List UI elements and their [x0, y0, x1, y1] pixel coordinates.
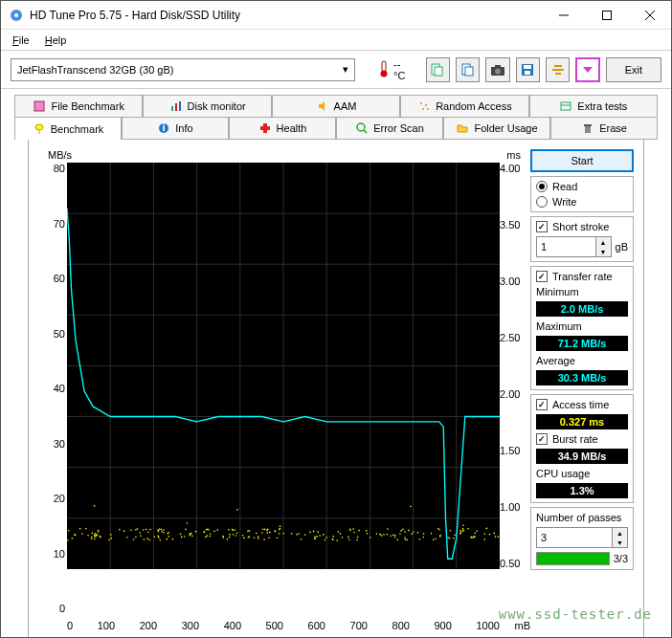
svg-point-137	[493, 533, 495, 535]
svg-point-185	[277, 537, 279, 539]
tab-disk-monitor[interactable]: Disk monitor	[143, 95, 271, 118]
access-time-check[interactable]: Access time	[536, 399, 628, 410]
maximize-button[interactable]	[585, 1, 628, 29]
svg-point-268	[242, 535, 244, 537]
svg-point-132	[400, 530, 402, 532]
svg-point-205	[226, 539, 228, 540]
menu-help[interactable]: Help	[39, 33, 73, 48]
svg-point-166	[94, 539, 96, 540]
tab-health[interactable]: Health	[229, 117, 336, 140]
svg-point-73	[247, 530, 249, 532]
svg-point-92	[423, 533, 425, 535]
start-button[interactable]: Start	[530, 149, 634, 172]
svg-point-248	[471, 537, 473, 539]
tab-error-scan[interactable]: Error Scan	[336, 117, 443, 140]
minimize-button[interactable]	[542, 1, 585, 29]
short-stroke-input[interactable]: 1▲▼	[536, 236, 612, 257]
svg-point-242	[433, 539, 435, 540]
svg-point-158	[337, 531, 339, 533]
write-radio[interactable]: Write	[536, 196, 628, 208]
tab-benchmark[interactable]: Benchmark	[14, 117, 122, 140]
svg-point-191	[130, 529, 132, 531]
exit-button[interactable]: Exit	[606, 57, 661, 82]
svg-point-262	[180, 534, 182, 536]
temperature-display: -- °C	[378, 58, 414, 81]
svg-point-246	[462, 528, 464, 530]
svg-point-236	[358, 530, 360, 532]
svg-point-93	[349, 528, 351, 530]
svg-point-261	[232, 529, 234, 531]
svg-point-123	[236, 532, 238, 534]
device-select[interactable]: JetFlashTranscend 32GB (30 gB) ▾	[11, 58, 355, 81]
svg-point-201	[191, 535, 193, 537]
svg-point-151	[235, 529, 236, 531]
svg-point-197	[381, 535, 383, 537]
svg-point-161	[94, 505, 96, 507]
burst-rate-check[interactable]: Burst rate	[536, 433, 628, 445]
tab-folder-usage[interactable]: Folder Usage	[443, 117, 550, 140]
svg-point-66	[394, 535, 396, 537]
tab-aam[interactable]: AAM	[272, 95, 400, 118]
svg-point-80	[280, 525, 281, 527]
close-button[interactable]	[628, 1, 671, 29]
tab-random-access[interactable]: Random Access	[400, 95, 528, 118]
svg-point-216	[258, 538, 259, 539]
svg-point-258	[167, 539, 168, 540]
svg-point-249	[347, 537, 349, 539]
svg-rect-17	[525, 71, 530, 75]
svg-point-263	[463, 530, 465, 532]
burst-value: 34.9 MB/s	[536, 449, 628, 464]
svg-point-134	[233, 534, 235, 536]
svg-point-99	[139, 532, 141, 534]
svg-point-225	[449, 538, 451, 539]
svg-point-69	[213, 531, 215, 533]
svg-point-275	[467, 528, 469, 530]
svg-point-239	[454, 534, 456, 536]
options-button[interactable]	[546, 57, 570, 82]
svg-point-193	[74, 534, 76, 536]
svg-point-1	[14, 13, 18, 17]
svg-point-64	[258, 536, 259, 538]
svg-point-180	[413, 531, 414, 533]
svg-point-83	[282, 533, 284, 535]
menu-file[interactable]: File	[7, 33, 35, 48]
svg-point-274	[268, 537, 270, 539]
svg-point-110	[243, 538, 245, 539]
svg-point-26	[425, 104, 427, 106]
cpu-value: 1.3%	[536, 483, 628, 498]
svg-point-264	[396, 539, 398, 541]
svg-point-61	[387, 528, 389, 530]
svg-point-266	[370, 537, 371, 539]
svg-point-188	[154, 536, 156, 538]
svg-point-120	[147, 531, 149, 533]
window-title: HD Tune Pro 5.75 - Hard Disk/SSD Utility	[30, 9, 542, 22]
app-icon	[9, 8, 24, 23]
svg-point-146	[357, 537, 359, 539]
read-radio[interactable]: Read	[536, 181, 628, 192]
tab-file-benchmark[interactable]: File Benchmark	[14, 95, 143, 118]
passes-progress: 3/3	[536, 552, 628, 565]
svg-point-259	[189, 533, 190, 535]
svg-point-150	[367, 533, 369, 535]
svg-point-189	[280, 528, 281, 530]
tab-info[interactable]: iInfo	[122, 117, 229, 140]
screenshot-button[interactable]	[485, 57, 509, 82]
tab-extra-tests[interactable]: Extra tests	[529, 95, 658, 118]
minimize-tray-button[interactable]	[575, 57, 599, 82]
svg-rect-39	[585, 125, 591, 133]
copy-screenshot-button[interactable]	[456, 57, 480, 82]
svg-point-135	[68, 530, 70, 532]
svg-point-223	[185, 529, 187, 531]
tab-erase[interactable]: Erase	[550, 117, 658, 140]
svg-point-210	[85, 528, 87, 530]
svg-point-182	[390, 535, 392, 537]
copy-info-button[interactable]	[426, 57, 450, 82]
svg-point-163	[353, 532, 355, 534]
passes-input[interactable]: 3▲▼	[536, 527, 628, 548]
transfer-rate-check[interactable]: Transfer rate	[536, 271, 628, 282]
svg-point-190	[67, 539, 69, 541]
short-stroke-check[interactable]: Short stroke	[536, 221, 628, 232]
svg-point-245	[402, 529, 404, 531]
svg-point-68	[143, 529, 145, 531]
save-button[interactable]	[516, 57, 540, 82]
